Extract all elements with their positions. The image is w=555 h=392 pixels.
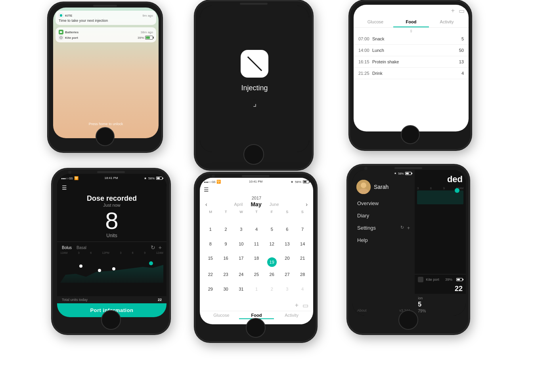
notif-header-kite: KITE 9m ago bbox=[59, 13, 153, 18]
notif1-time: 9m ago bbox=[142, 14, 153, 17]
next-month-button[interactable]: › bbox=[303, 201, 310, 207]
cal-tab-glucose[interactable]: Glucose bbox=[204, 313, 239, 319]
settings-refresh-icon[interactable]: ↻ bbox=[400, 225, 404, 231]
day-19-today[interactable]: 19 bbox=[267, 257, 277, 267]
day-1[interactable]: 1 bbox=[203, 225, 218, 240]
cal-tab-activity[interactable]: Activity bbox=[274, 313, 309, 319]
unlock-text: Press home to unlock bbox=[53, 122, 159, 126]
refresh-icon[interactable]: ↻ bbox=[151, 244, 155, 251]
day-27[interactable]: 27 bbox=[280, 270, 295, 285]
notif-header-battery: Batteries 38m ago bbox=[59, 30, 153, 34]
add-dose-icon[interactable]: + bbox=[159, 244, 162, 251]
day-18[interactable]: 18 bbox=[249, 254, 264, 270]
day-22[interactable]: 22 bbox=[203, 270, 218, 285]
tab-food[interactable]: Food bbox=[393, 17, 429, 27]
cal-hamburger-icon[interactable]: ☰ bbox=[204, 186, 209, 193]
phone1-screen: KITE 9m ago Time to take your next injec… bbox=[53, 8, 159, 138]
svg-point-6 bbox=[361, 183, 366, 188]
entry0-time: 07:00 bbox=[358, 36, 372, 41]
phone2-home-button[interactable] bbox=[243, 144, 264, 165]
prev-month-button[interactable]: ‹ bbox=[203, 201, 210, 207]
day-10[interactable]: 10 bbox=[233, 240, 249, 254]
hamburger-menu-icon[interactable]: ☰ bbox=[62, 185, 67, 191]
injecting-label: Injecting bbox=[241, 84, 268, 92]
menu-sidebar: ★ 58% Sarah O bbox=[352, 170, 415, 316]
share-icon[interactable]: ▭ bbox=[459, 7, 465, 15]
diary-unit: g bbox=[354, 28, 469, 33]
day-9[interactable]: 9 bbox=[218, 240, 233, 254]
weekday-w: W bbox=[233, 210, 249, 214]
day-23[interactable]: 23 bbox=[218, 270, 233, 285]
dose-tabs-row: Bolus Basal ↻ + bbox=[57, 242, 166, 251]
menu-item-diary[interactable]: Diary bbox=[352, 209, 415, 222]
total-label: Total units today bbox=[62, 298, 88, 302]
day-2[interactable]: 2 bbox=[218, 225, 233, 240]
axis-6b: 6 bbox=[132, 251, 134, 254]
battery-tip bbox=[153, 37, 154, 39]
axis-3b: 3 bbox=[120, 251, 121, 254]
entry1-time: 14:00 bbox=[358, 48, 372, 53]
settings-label: Settings bbox=[357, 225, 376, 231]
day-20[interactable]: 20 bbox=[280, 254, 295, 270]
day-26[interactable]: 26 bbox=[264, 270, 279, 285]
add-entry-icon[interactable]: + bbox=[451, 7, 455, 15]
entry0-value: 5 bbox=[461, 36, 464, 41]
axis-6: 6 bbox=[90, 251, 92, 254]
dose-chart-bg bbox=[60, 263, 163, 283]
day-16[interactable]: 16 bbox=[218, 254, 233, 270]
day-empty-2 bbox=[218, 215, 233, 225]
cal-add-icon[interactable]: + bbox=[295, 302, 299, 309]
phone5-home-button[interactable] bbox=[246, 318, 266, 338]
bottom-label: ion bbox=[418, 296, 463, 300]
dose-tab-basal[interactable]: Basal bbox=[77, 245, 86, 250]
phone3-home-button[interactable] bbox=[401, 125, 420, 144]
day-7[interactable]: 7 bbox=[295, 225, 310, 240]
tab-activity[interactable]: Activity bbox=[429, 17, 465, 27]
menu-item-settings[interactable]: Settings ↻ + bbox=[352, 222, 415, 234]
cal-signal: ●●●○○ GS bbox=[204, 181, 215, 183]
day-3[interactable]: 3 bbox=[233, 225, 249, 240]
cal-status-right: ★ 58% bbox=[291, 180, 309, 184]
phone4-home-button[interactable] bbox=[101, 310, 121, 330]
dose-chart: 12AM 3 6 12PM 3 6 9 12AM bbox=[57, 251, 166, 296]
day-29[interactable]: 29 bbox=[203, 285, 218, 299]
phone6-home-button[interactable] bbox=[398, 310, 418, 330]
day-4[interactable]: 4 bbox=[249, 225, 264, 240]
day-13[interactable]: 13 bbox=[280, 240, 295, 254]
menu-bottom-section: ion 5 79% bbox=[415, 294, 466, 316]
day-21[interactable]: 21 bbox=[295, 254, 310, 270]
day-14[interactable]: 14 bbox=[295, 240, 310, 254]
about-label: About bbox=[357, 308, 367, 312]
day-12[interactable]: 12 bbox=[264, 240, 279, 254]
day-empty-7 bbox=[295, 215, 310, 225]
day-28[interactable]: 28 bbox=[295, 270, 310, 285]
total-value: 22 bbox=[158, 298, 162, 302]
day-11[interactable]: 11 bbox=[249, 240, 264, 254]
tab-glucose[interactable]: Glucose bbox=[358, 17, 393, 27]
day-empty-5 bbox=[264, 215, 279, 225]
diary-tabs: Glucose Food Activity bbox=[354, 17, 469, 28]
day-8[interactable]: 8 bbox=[203, 240, 218, 254]
day-17[interactable]: 17 bbox=[233, 254, 249, 270]
day-31[interactable]: 31 bbox=[233, 285, 249, 299]
cal-share-icon[interactable]: ▭ bbox=[302, 302, 308, 309]
menu-item-help[interactable]: Help bbox=[352, 234, 415, 246]
dose-status-right: ★ 58% bbox=[144, 176, 163, 180]
day-30[interactable]: 30 bbox=[218, 285, 233, 299]
day-empty-4 bbox=[249, 215, 264, 225]
settings-add-icon[interactable]: + bbox=[407, 225, 410, 231]
day-24[interactable]: 24 bbox=[233, 270, 249, 285]
day-5[interactable]: 5 bbox=[264, 225, 279, 240]
bluetooth-icon: ★ bbox=[144, 177, 147, 180]
dose-tab-bolus[interactable]: Bolus bbox=[62, 245, 72, 250]
notif2-row: Kite port 39% bbox=[59, 35, 153, 40]
day-15[interactable]: 15 bbox=[203, 254, 218, 270]
phone6-speaker bbox=[394, 167, 422, 169]
phone1-home-button[interactable] bbox=[96, 127, 115, 146]
day-25[interactable]: 25 bbox=[249, 270, 264, 285]
day-6[interactable]: 6 bbox=[280, 225, 295, 240]
battery-percent: 39% bbox=[138, 36, 144, 40]
menu-item-overview[interactable]: Overview bbox=[352, 197, 415, 209]
loading-spinner: ⌟ bbox=[253, 99, 256, 108]
phone-2-injecting: Injecting ⌟ bbox=[194, 0, 313, 170]
